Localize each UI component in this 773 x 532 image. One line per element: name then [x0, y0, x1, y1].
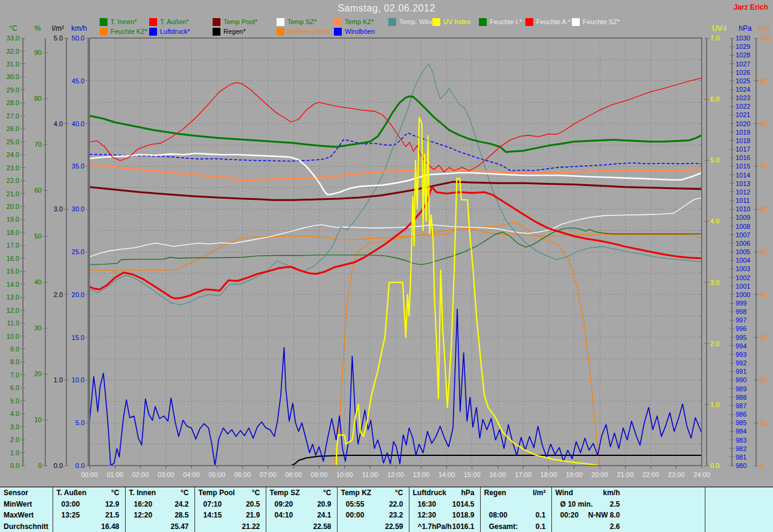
svg-text:1001: 1001	[736, 283, 750, 290]
cell-luftdruck-min: 16:301014.5	[409, 499, 480, 510]
svg-text:21:00: 21:00	[617, 471, 633, 478]
svg-text:30.0: 30.0	[7, 73, 19, 80]
svg-text:90: 90	[34, 49, 42, 56]
svg-text:1014: 1014	[736, 171, 750, 179]
svg-text:980: 980	[736, 462, 746, 469]
cell-luftdruck-max: 12:301018.9	[409, 510, 480, 521]
x-axis-labels: 00:0001:0002:0003:0004:0005:0006:0007:00…	[81, 466, 710, 478]
svg-text:20: 20	[760, 376, 767, 383]
svg-text:11:00: 11:00	[362, 471, 378, 478]
svg-text:50.0: 50.0	[72, 34, 85, 42]
svg-text:90: 90	[760, 77, 767, 85]
cell-temp-kz-min: 05:5522.0	[337, 499, 409, 510]
table-row-minwert: MinWert03:0012.916:2024.207:1020.509:202…	[0, 499, 773, 510]
svg-text:990: 990	[736, 376, 746, 383]
svg-text:1008: 1008	[736, 223, 750, 230]
cell-wind-min: Ø 10 min.2.5	[551, 499, 705, 510]
svg-text:0: 0	[38, 462, 42, 469]
cell-t-au-en-min: 03:0012.9	[53, 499, 125, 510]
svg-text:987: 987	[736, 402, 746, 409]
svg-text:25.0: 25.0	[72, 248, 85, 255]
svg-text:21.0: 21.0	[7, 190, 19, 197]
svg-text:04:00: 04:00	[183, 471, 200, 478]
axis-c: 0.01.02.03.04.05.06.07.08.09.010.011.012…	[7, 34, 25, 469]
svg-text:1004: 1004	[736, 257, 750, 264]
axis-kmh: 0.05.010.015.020.025.030.035.040.045.050…	[72, 34, 91, 469]
weather-logger-screen: { "window": { "title": "Samstag, 02.06.2…	[0, 0, 773, 532]
cell-temp-sz-min: 09:2020.9	[266, 499, 337, 510]
svg-text:10.0: 10.0	[72, 376, 85, 383]
svg-text:1022: 1022	[736, 103, 750, 110]
svg-text:8.0: 8.0	[10, 358, 19, 365]
svg-text:1002: 1002	[736, 274, 750, 281]
svg-text:22.0: 22.0	[7, 177, 19, 184]
svg-text:27.0: 27.0	[7, 112, 19, 120]
svg-text:28.0: 28.0	[7, 99, 19, 106]
cell-temp-pool-avg: 21.22	[194, 521, 266, 532]
col-header-temp-pool: Temp Pool°C	[194, 487, 266, 499]
svg-text:986: 986	[736, 411, 746, 418]
svg-text:18:00: 18:00	[540, 471, 557, 478]
cell-luftdruck-avg: ^1.7hPa/h1016.1	[409, 521, 480, 532]
svg-text:993: 993	[736, 351, 746, 358]
svg-text:981: 981	[736, 453, 746, 461]
svg-text:01:00: 01:00	[106, 471, 123, 478]
axis-uv: 0.01.02.03.04.05.06.07.0	[704, 34, 719, 469]
svg-text:18.0: 18.0	[7, 229, 19, 236]
svg-text:1012: 1012	[736, 188, 750, 196]
svg-text:997: 997	[736, 316, 746, 324]
svg-text:11.0: 11.0	[7, 319, 19, 327]
cell-t-au-en-avg: 16.48	[53, 521, 125, 532]
series-regen	[89, 455, 702, 466]
svg-text:12:00: 12:00	[387, 471, 404, 478]
svg-text:02:00: 02:00	[132, 471, 149, 478]
svg-text:80: 80	[760, 120, 767, 127]
svg-text:1000: 1000	[736, 291, 750, 298]
svg-text:45.0: 45.0	[72, 77, 85, 85]
row-label: MinWert	[0, 499, 53, 510]
svg-text:3.0: 3.0	[10, 423, 19, 431]
svg-text:1007: 1007	[736, 231, 750, 239]
svg-text:1015: 1015	[736, 162, 750, 170]
cell-temp-sz-avg: 22.58	[266, 521, 337, 532]
svg-text:60: 60	[760, 205, 767, 213]
svg-text:24:00: 24:00	[693, 471, 710, 478]
svg-text:984: 984	[736, 428, 746, 435]
svg-text:1003: 1003	[736, 265, 750, 272]
svg-text:6.0: 6.0	[710, 95, 719, 103]
table-row-sensor: SensorT. Außen°CT. Innen°CTemp Pool°CTem…	[0, 487, 773, 499]
svg-text:1023: 1023	[736, 94, 750, 101]
svg-text:1021: 1021	[736, 111, 750, 118]
cell-temp-pool-min: 07:1020.5	[194, 499, 266, 510]
svg-text:0.0: 0.0	[54, 462, 63, 469]
svg-text:14:00: 14:00	[438, 471, 455, 478]
weather-chart: 0.01.02.03.04.05.06.07.08.09.010.011.012…	[0, 0, 773, 487]
svg-text:982: 982	[736, 445, 746, 452]
table-row-maxwert: MaxWert13:2521.512:2028.514:1521.904:102…	[0, 510, 773, 521]
svg-text:09:00: 09:00	[310, 471, 327, 478]
svg-text:0.0: 0.0	[10, 462, 19, 469]
svg-text:30: 30	[760, 334, 767, 341]
svg-text:1017: 1017	[736, 146, 750, 153]
cell-regen-max: 08:000.1	[480, 510, 551, 521]
cell-wind-avg: 2.6	[551, 521, 705, 532]
svg-text:20.0: 20.0	[72, 291, 85, 298]
svg-text:7.0: 7.0	[10, 371, 19, 379]
svg-text:70: 70	[34, 141, 42, 148]
svg-text:29.0: 29.0	[7, 86, 19, 94]
svg-text:1028: 1028	[736, 51, 750, 59]
svg-text:1005: 1005	[736, 248, 750, 255]
svg-text:19:00: 19:00	[566, 471, 583, 478]
cell-temp-kz-max: 00:0023.2	[337, 510, 409, 521]
svg-text:992: 992	[736, 359, 746, 367]
svg-text:7.0: 7.0	[710, 34, 719, 42]
svg-text:1020: 1020	[736, 120, 750, 127]
svg-text:6.0: 6.0	[10, 384, 19, 391]
axis-min: 0102030405060708090100	[754, 34, 771, 469]
svg-text:1.0: 1.0	[54, 376, 63, 383]
svg-text:1027: 1027	[736, 60, 750, 68]
svg-text:13:00: 13:00	[412, 471, 429, 478]
svg-text:0: 0	[760, 462, 763, 469]
svg-text:16.0: 16.0	[7, 255, 19, 262]
svg-text:08:00: 08:00	[285, 471, 302, 478]
